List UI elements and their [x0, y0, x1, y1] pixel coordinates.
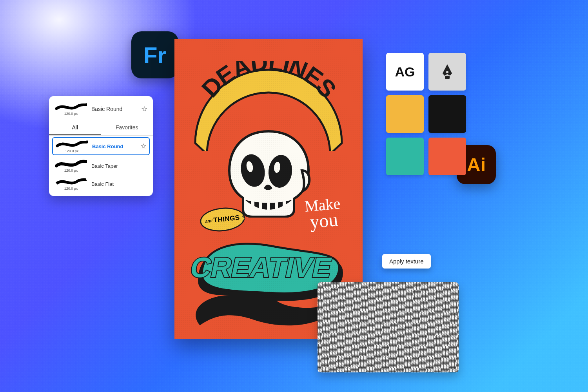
you-word: you: [305, 211, 342, 230]
fresco-app-label: Fr: [143, 42, 166, 68]
brush-current-name: Basic Round: [91, 106, 137, 112]
brush-name: Basic Round: [92, 143, 136, 149]
brush-item-basic-flat[interactable]: 120.0 px Basic Flat: [49, 175, 153, 193]
make-you-script: Make you: [304, 196, 343, 230]
color-swatch-yellow[interactable]: [386, 95, 424, 133]
brush-panel: 120.0 px Basic Round ☆ All Favorites 120…: [49, 96, 153, 196]
apply-texture-label: Apply texture: [389, 258, 424, 265]
tab-all[interactable]: All: [49, 120, 101, 135]
brush-name: Basic Taper: [91, 163, 147, 169]
color-swatch-orange[interactable]: [428, 138, 466, 175]
tool-swatch-grid: AG: [386, 53, 466, 175]
type-sample-label: AG: [395, 64, 415, 80]
brush-current: 120.0 px Basic Round ☆: [49, 99, 153, 119]
texture-preview[interactable]: [318, 282, 459, 372]
brush-size: 120.0 px: [64, 169, 78, 172]
svg-text:CREATIVE: CREATIVE: [188, 252, 335, 283]
brush-item-basic-taper[interactable]: 120.0 px Basic Taper: [49, 157, 153, 175]
color-swatch-teal[interactable]: [386, 138, 424, 175]
illustrator-app-label: Ai: [467, 154, 486, 176]
brush-stroke-preview: 120.0 px: [54, 102, 87, 116]
brush-size: 120.0 px: [65, 149, 79, 153]
brush-tabs: All Favorites: [49, 120, 153, 136]
tab-favorites[interactable]: Favorites: [101, 120, 153, 135]
brush-current-size: 120.0 px: [64, 112, 78, 116]
brush-stroke-preview: 120.0 px: [55, 140, 88, 153]
pen-tool-swatch[interactable]: [428, 53, 466, 91]
apply-texture-button[interactable]: Apply texture: [382, 254, 431, 269]
brush-size: 120.0 px: [64, 187, 78, 191]
brush-stroke-preview: 120.0 px: [54, 177, 87, 191]
bubble-things: THINGS: [213, 214, 240, 224]
color-swatch-black[interactable]: [428, 95, 466, 133]
fresco-app-icon[interactable]: Fr: [131, 31, 178, 78]
svg-point-6: [446, 71, 448, 73]
brush-item-basic-round[interactable]: 120.0 px Basic Round ☆: [52, 137, 150, 155]
favorite-toggle-icon[interactable]: ☆: [140, 142, 147, 151]
brush-name: Basic Flat: [91, 181, 147, 187]
type-tool-swatch[interactable]: AG: [386, 53, 424, 91]
bubble-and: and: [205, 218, 213, 224]
svg-rect-7: [445, 76, 450, 79]
brush-stroke-preview: 120.0 px: [54, 159, 87, 172]
skull-illustration: [221, 127, 316, 218]
pen-tool-icon: [438, 63, 456, 81]
favorite-toggle-icon[interactable]: ☆: [141, 105, 147, 113]
